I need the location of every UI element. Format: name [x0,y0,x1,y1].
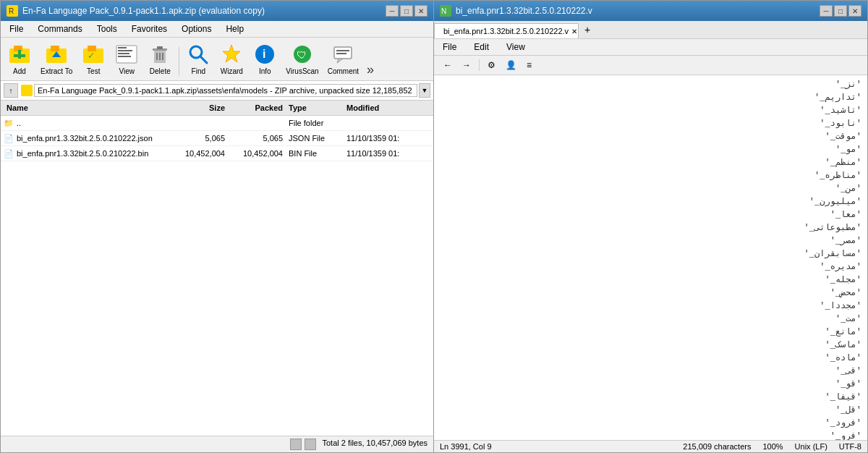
left-toolbar: Add Extract To ✓ Test [1,38,433,81]
info-button[interactable]: i Info [249,41,281,77]
nav-buttons: ↑ [4,83,18,98]
size-cell: 5,065 [170,132,228,144]
status-text: Total 2 files, 10,457,069 bytes [322,439,427,450]
view-label: View [119,67,135,75]
editor-tab-active[interactable]: bi_enfa.pnr1.3.32bit.2.5.0.210222.v ✕ [434,23,579,38]
wizard-button[interactable]: Wizard [216,41,247,77]
address-dropdown-button[interactable]: ▼ [419,83,430,98]
size-cell [170,117,228,129]
table-row[interactable]: 📄 bi_enfa.pnr1.3.32bit.2.5.0.210222.bin … [1,146,433,161]
file-name-cell: 📁 .. [4,117,170,129]
virusscan-icon: 🛡 [291,43,314,66]
editor-line: 'مجله_' [440,274,861,287]
editor-toolbar: ← → ⚙ 👤 ≡ [434,56,867,75]
svg-line-24 [200,56,207,63]
minimize-button[interactable]: ─ [386,5,399,17]
extract-to-button[interactable]: Extract To [37,41,76,77]
add-label: Add [13,67,26,75]
menu-tools[interactable]: Tools [91,22,123,35]
editor-status-bar: Ln 3991, Col 9 215,009 characters 100% U… [434,440,867,452]
editor-line: 'نز_' [440,78,861,91]
virusscan-button[interactable]: 🛡 VirusScan [282,41,322,77]
editor-menu-view[interactable]: View [503,41,528,54]
test-icon: ✓ [82,43,105,66]
editor-line: 'مت_' [440,313,861,326]
menu-favorites[interactable]: Favorites [126,22,173,35]
find-button[interactable]: Find [182,41,214,77]
extract-label: Extract To [41,67,72,75]
editor-line: 'ماسک_' [440,339,861,352]
editor-line: 'مناظره_' [440,169,861,182]
test-button[interactable]: ✓ Test [77,41,109,77]
editor-status-zoom: 100% [762,442,783,451]
svg-rect-16 [118,56,131,57]
wizard-label: Wizard [221,67,243,75]
comment-button[interactable]: Comment [324,41,362,77]
editor-app-icon: N [440,5,451,17]
svg-rect-14 [118,50,132,51]
editor-more-button[interactable]: ≡ [523,58,535,72]
editor-maximize-button[interactable]: □ [834,5,847,17]
delete-button[interactable]: Delete [144,41,176,77]
editor-line: 'نابود_' [440,117,861,130]
address-input[interactable]: En-Fa Language Pack_0.9.1-pack1.1.apk.zi… [34,84,417,97]
editor-settings-button[interactable]: ⚙ [484,58,499,72]
left-window-title: En-Fa Language Pack_0.9.1-pack1.1.apk.zi… [22,6,265,16]
modified-cell: 11/10/1359 01: [344,132,430,144]
menu-commands[interactable]: Commands [32,22,88,35]
editor-status-right: 215,009 characters 100% Unix (LF) UTF-8 [683,442,861,451]
editor-line: 'میلیورن_' [440,195,861,208]
svg-rect-13 [118,47,127,48]
editor-line: 'مجددا_' [440,300,861,313]
view-button[interactable]: View [111,41,142,77]
nav-up-button[interactable]: ↑ [4,83,18,98]
editor-line: 'مانع_' [440,326,861,339]
comment-icon [331,43,354,66]
editor-content[interactable]: 'نز_''تداریم_''تاشید_''نابود_''موقت_''مو… [434,75,867,440]
editor-line: 'من_' [440,182,861,195]
editor-close-button[interactable]: ✕ [848,5,861,17]
new-tab-button[interactable]: + [579,21,596,38]
editor-menu-edit[interactable]: Edit [471,41,492,54]
col-name[interactable]: Name [4,102,170,114]
col-size[interactable]: Size [170,102,228,114]
app-icon: R [7,5,18,17]
find-label: Find [192,67,205,75]
maximize-button[interactable]: □ [400,5,413,17]
svg-text:i: i [263,48,265,60]
file-name-cell: 📄 bi_enfa.pnr1.3.32bit.2.5.0.210222.bin [4,148,170,159]
editor-line: 'فرو_' [440,430,861,440]
zip-icon [21,85,33,96]
col-packed[interactable]: Packed [228,102,286,114]
menu-file[interactable]: File [4,22,29,35]
info-label: Info [259,67,271,75]
editor-status-eol: Unix (LF) [795,442,827,451]
add-button[interactable]: Add [4,41,35,77]
editor-forward-button[interactable]: → [459,58,475,72]
modified-cell: 11/10/1359 01: [344,148,430,159]
status-icons [290,439,316,450]
editor-window-title: bi_enfa.pnr1.3.32bit.2.5.0.210222.v [456,6,592,16]
editor-line: 'فرود_' [440,417,861,430]
editor-menu-file[interactable]: File [440,41,459,54]
close-button[interactable]: ✕ [414,5,427,17]
packed-cell: 5,065 [228,132,286,144]
table-row[interactable]: 📁 .. File folder [1,116,433,131]
editor-line: 'قیفا_' [440,391,861,404]
file-manager-panel: R En-Fa Language Pack_0.9.1-pack1.1.apk.… [0,0,434,453]
status-icon-2 [305,439,316,450]
editor-line: 'ماده_' [440,352,861,365]
col-modified[interactable]: Modified [344,102,430,114]
table-row[interactable]: 📄 bi_enfa.pnr1.3.32bit.2.5.0.210222.json… [1,131,433,146]
editor-minimize-button[interactable]: ─ [820,5,833,17]
extract-icon [45,43,68,66]
packed-cell: 10,452,004 [228,148,286,159]
menu-options[interactable]: Options [176,22,217,35]
editor-user-button[interactable]: 👤 [502,58,520,72]
editor-back-button[interactable]: ← [440,58,456,72]
editor-tab-close[interactable]: ✕ [571,27,577,35]
editor-tab-bar: bi_enfa.pnr1.3.32bit.2.5.0.210222.v ✕ + [434,21,867,39]
col-type[interactable]: Type [286,102,344,114]
more-tools-indicator[interactable]: » [364,62,377,77]
menu-help[interactable]: Help [220,22,250,35]
